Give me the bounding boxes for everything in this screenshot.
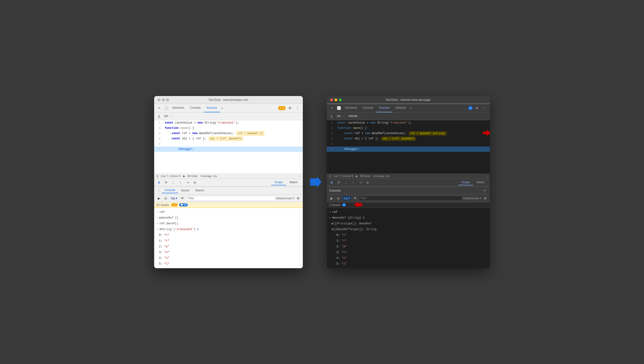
left-pause-btn[interactable]: ⏸: [156, 180, 162, 185]
right-cursor-icon[interactable]: ↖: [329, 105, 335, 111]
right-deactivate-btn[interactable]: ⊘: [365, 180, 370, 185]
right-file-tab-vm[interactable]: VM348: [346, 114, 360, 119]
right-code-line-5: 6: [327, 141, 490, 146]
right-wrap-icon[interactable]: ↕: [486, 174, 488, 178]
left-top-label: top: [171, 196, 175, 200]
left-tab-console[interactable]: Console: [187, 104, 203, 112]
left-file-tab-close[interactable]: ×: [169, 115, 170, 118]
left-bottom-panel: ⋮ Console Issues Search ▶ ⊘ top ▾ 👁: [154, 186, 303, 268]
right-close-button[interactable]: [330, 98, 333, 101]
left-console-play-btn[interactable]: ▶: [156, 196, 162, 201]
right-console-entry-0: > ref: [327, 209, 490, 215]
left-sidebar-toggle[interactable]: {}: [156, 113, 162, 119]
left-run-icon[interactable]: ▶: [183, 174, 185, 178]
left-console-ban-btn[interactable]: ⊘: [163, 196, 168, 201]
right-tab-network[interactable]: Network: [392, 104, 409, 112]
left-issues-bar: 92 Issues: ⚠ 4 💬 88: [154, 202, 303, 208]
left-search-tab[interactable]: Search: [192, 188, 207, 193]
left-settings-icon[interactable]: ⚙: [287, 105, 293, 111]
left-filter-input[interactable]: [186, 196, 275, 201]
right-issues-info-badge: 2: [342, 203, 346, 206]
right-badge-inline-obj: obj = {ref: WeakRef}: [381, 137, 415, 140]
left-cursor-icon[interactable]: ↖: [156, 105, 163, 111]
right-file-tab-close[interactable]: ×: [342, 115, 343, 118]
right-levels-btn[interactable]: Default levels ▾: [463, 196, 481, 200]
right-step-btn[interactable]: ⇢: [357, 180, 363, 185]
left-more-tabs[interactable]: »: [220, 105, 225, 111]
right-code-area: 1 const cacheValue = new String('transie…: [327, 120, 490, 174]
left-wrap-icon[interactable]: ↕: [299, 174, 301, 178]
left-issues-tab[interactable]: Issues: [178, 188, 192, 193]
right-top-dropdown[interactable]: top ▾: [342, 196, 351, 200]
left-issues-info-badge: 💬 88: [179, 203, 188, 206]
right-watch-tab[interactable]: Watch: [473, 180, 488, 185]
left-more-icon[interactable]: ⋮: [294, 105, 301, 111]
left-bottom-tabs: ⋮ Console Issues Search: [154, 187, 303, 194]
right-settings-icon[interactable]: ⚙: [474, 105, 480, 111]
code-line-4: 5 const obj = { ref }; obj = {ref: WeakR…: [154, 136, 303, 141]
right-top-chevron: ▾: [348, 196, 350, 200]
right-position: Line 7, Column 5: [333, 174, 353, 178]
right-more-tabs[interactable]: »: [409, 105, 413, 111]
right-console-play-btn[interactable]: ▶: [329, 196, 334, 201]
right-maximize-button[interactable]: [339, 98, 342, 101]
right-step-out-btn[interactable]: ↑: [350, 180, 356, 185]
right-step-over-btn[interactable]: ⟳: [336, 180, 342, 185]
left-scope-tab[interactable]: Scope: [271, 180, 286, 185]
left-device-icon[interactable]: ⬜: [163, 105, 169, 111]
right-console-entry-5: 1: "r": [327, 238, 490, 244]
right-console-close[interactable]: ×: [482, 188, 487, 193]
right-eye-btn[interactable]: 👁: [352, 196, 358, 201]
right-minimize-button[interactable]: [334, 98, 337, 101]
left-maximize-button[interactable]: [166, 98, 169, 101]
left-position: Line 7, Column 5: [161, 174, 180, 178]
left-step-out-btn[interactable]: ↑: [178, 180, 183, 185]
left-console-settings-btn[interactable]: ⚙: [295, 196, 301, 201]
left-step-over-btn[interactable]: ⟳: [163, 180, 169, 185]
console-entry-6: 2: "a": [154, 244, 303, 250]
left-devtools-body: {} ref × 1 const cacheValue = new String…: [154, 112, 303, 268]
right-pause-btn[interactable]: ⏸: [329, 180, 334, 185]
right-console-entry-2: ▶[[Prototype]]: WeakRef: [327, 221, 490, 226]
right-run-icon[interactable]: ▶: [356, 174, 358, 178]
right-sidebar-toggle[interactable]: {}: [329, 113, 334, 119]
left-watch-tab[interactable]: Watch: [286, 180, 301, 185]
right-console-ban-btn[interactable]: ⊘: [335, 196, 341, 201]
right-panel-tabs: {} ref × VM348: [327, 112, 490, 120]
right-status-bar: {} Line 7, Column 5 ▶ ⌘+Enter Coverage: …: [327, 174, 490, 179]
left-tab-sources[interactable]: Sources: [203, 104, 220, 112]
right-scope-tab[interactable]: Scope: [458, 180, 473, 185]
left-console-tab[interactable]: Console: [162, 188, 178, 193]
right-file-tab-ref[interactable]: ref ×: [334, 114, 346, 119]
left-shortcut: ⌘+Enter: [187, 174, 198, 178]
left-devtools-tabs: ↖ ⬜ Elements Console Sources » ⚠ 4 ⚙ ⋮: [154, 104, 303, 112]
left-close-button[interactable]: [157, 98, 160, 101]
left-step-btn[interactable]: ⇢: [185, 180, 191, 185]
right-tab-console[interactable]: Console: [360, 104, 376, 112]
right-tab-sources[interactable]: Sources: [376, 104, 392, 112]
left-top-dropdown[interactable]: top ▾: [169, 196, 179, 200]
right-code-line-1: 1 const cacheValue = new String('transie…: [327, 120, 490, 126]
right-device-icon[interactable]: ⬜: [335, 105, 342, 111]
left-minimize-button[interactable]: [162, 98, 165, 101]
right-step-into-btn[interactable]: ↓: [343, 180, 349, 185]
left-traffic-lights: [157, 98, 169, 101]
right-tab-elements[interactable]: Elements: [342, 104, 360, 112]
left-levels-btn[interactable]: Default levels ▾: [276, 196, 294, 200]
right-issues-bar: 2 Issues: 2: [327, 202, 490, 208]
left-deactivate-btn[interactable]: ⊘: [192, 180, 198, 185]
left-badge-inline-obj: obj = {ref: WeakRef}: [209, 137, 243, 140]
right-console-settings-btn[interactable]: ⚙: [482, 196, 488, 201]
right-console-toolbar: ▶ ⊘ top ▾ 👁 Default levels ▾ ⚙: [327, 194, 490, 202]
left-tab-elements[interactable]: Elements: [169, 104, 187, 112]
svg-marker-2: [354, 202, 362, 208]
left-step-into-btn[interactable]: ↓: [170, 180, 176, 185]
right-bottom-panel: Console × ▶ ⊘ top ▾ 👁 Default levels ▾: [327, 186, 490, 268]
right-filter-input[interactable]: [359, 196, 462, 201]
left-file-tab-ref[interactable]: ref ×: [162, 114, 173, 119]
right-console-entry-8: 4: "s": [327, 255, 490, 261]
left-eye-btn[interactable]: 👁: [179, 196, 185, 201]
right-scope-watch-tabs: Scope Watch: [458, 180, 488, 185]
right-more-icon[interactable]: ⋮: [481, 105, 488, 111]
left-bottom-dots[interactable]: ⋮: [156, 188, 162, 193]
